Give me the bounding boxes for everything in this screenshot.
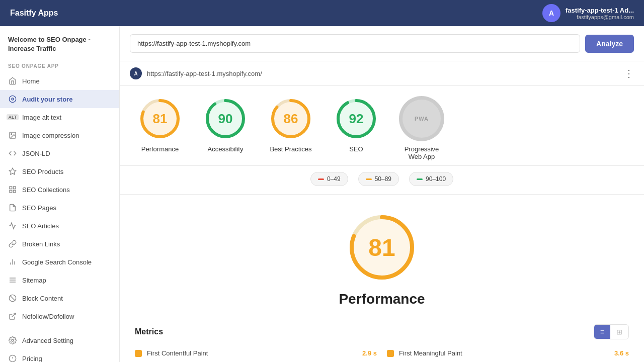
sidebar-jsonld-label: JSON-LD <box>22 150 50 157</box>
url-section: Analyze <box>120 26 644 61</box>
score-card-pwa[interactable]: PWA ProgressiveWeb App <box>396 96 447 160</box>
sidebar-audit-label: Audit your store <box>22 96 72 103</box>
audit-icon <box>8 95 17 104</box>
performance-ring: 81 <box>137 96 183 141</box>
metrics-row: First Contentful Paint 2.9 s First Meani… <box>135 345 629 361</box>
fcp-color-indicator <box>135 350 142 357</box>
scores-section: 81 Performance 90 Accessibility <box>120 86 644 166</box>
svg-point-0 <box>9 96 16 103</box>
score-card-seo[interactable]: 92 SEO <box>331 96 381 153</box>
url-input-wrap <box>130 34 580 53</box>
svg-line-16 <box>10 296 15 301</box>
analyze-button[interactable]: Analyze <box>585 35 634 53</box>
sitemap-icon <box>8 276 17 285</box>
site-row: A https://fastify-app-test-1.myshopify.c… <box>120 61 644 86</box>
sidebar-item-seo-pages[interactable]: SEO Pages <box>0 199 119 217</box>
sidebar-gsc-label: Google Search Console <box>22 258 92 266</box>
sidebar-item-audit[interactable]: Audit your store <box>0 90 119 108</box>
sidebar-pricing-label: Pricing <box>22 355 42 362</box>
content-area: Analyze A https://fastify-app-test-1.mys… <box>120 26 644 362</box>
sidebar-item-broken-links[interactable]: Broken Links <box>0 235 119 253</box>
sidebar-item-seo-collections[interactable]: SEO Collections <box>0 180 119 199</box>
seo-ring: 92 <box>334 96 379 141</box>
seo-articles-icon <box>8 221 17 230</box>
site-favicon: A <box>130 67 142 79</box>
site-row-left: A https://fastify-app-test-1.myshopify.c… <box>130 67 262 79</box>
sidebar-home-label: Home <box>22 77 40 85</box>
svg-line-17 <box>12 313 16 317</box>
fmp-value: 3.6 s <box>614 349 629 357</box>
user-name: fastify-app-test-1 Ad... <box>566 7 634 14</box>
alt-badge-icon: ALT <box>8 113 17 122</box>
svg-point-3 <box>11 134 12 135</box>
block-content-icon <box>8 294 17 303</box>
best-practices-label: Best Practices <box>270 145 311 153</box>
user-details: fastify-app-test-1 Ad... fastifyapps@gma… <box>566 7 634 20</box>
sidebar-item-seo-products[interactable]: SEO Products <box>0 162 119 180</box>
seo-pages-icon <box>8 203 17 212</box>
legend-high-dot <box>417 178 423 180</box>
sidebar-item-home[interactable]: Home <box>0 72 119 90</box>
sidebar-item-sitemap[interactable]: Sitemap <box>0 271 119 289</box>
accessibility-score: 90 <box>218 111 233 127</box>
sidebar-seo-pages-label: SEO Pages <box>22 204 56 212</box>
nofollow-icon <box>8 312 17 321</box>
svg-rect-6 <box>13 187 16 189</box>
sidebar-item-image-compression[interactable]: Image compression <box>0 126 119 144</box>
score-card-accessibility[interactable]: 90 Accessibility <box>200 96 251 153</box>
sidebar-seo-collections-label: SEO Collections <box>22 186 70 194</box>
sidebar-item-image-alt[interactable]: ALT Image alt text <box>0 108 119 126</box>
svg-rect-8 <box>10 191 12 193</box>
perf-big-number: 81 <box>368 234 395 261</box>
grid-view-button[interactable]: ⊞ <box>610 325 628 339</box>
legend-mid-range: 50–89 <box>375 175 391 183</box>
fcp-value: 2.9 s <box>362 349 377 357</box>
sidebar-nofollow-label: Nofollow/Dofollow <box>22 313 74 320</box>
svg-marker-4 <box>9 168 16 175</box>
site-url: https://fastify-app-test-1.myshopify.com… <box>147 70 262 77</box>
performance-label: Performance <box>141 145 179 153</box>
score-card-performance[interactable]: 81 Performance <box>135 96 185 153</box>
metrics-header: Metrics ≡ ⊞ <box>135 317 629 345</box>
list-view-button[interactable]: ≡ <box>594 325 610 339</box>
legend-low-range: 0–49 <box>327 175 341 183</box>
app-logo: Fasitfy Apps <box>10 9 58 18</box>
metrics-section: Metrics ≡ ⊞ First Contentful Paint 2.9 s… <box>120 317 644 362</box>
seo-products-icon <box>8 167 17 176</box>
sidebar: Welcome to SEO Onpage - Increase Traffic… <box>0 26 120 362</box>
sidebar-item-json-ld[interactable]: JSON-LD <box>0 144 119 162</box>
svg-rect-7 <box>13 191 16 193</box>
pwa-label: ProgressiveWeb App <box>405 145 439 160</box>
broken-links-icon <box>8 239 17 248</box>
legend-row: 0–49 50–89 90–100 <box>120 166 644 195</box>
avatar: A <box>542 4 560 22</box>
view-toggle: ≡ ⊞ <box>594 324 629 339</box>
fmp-name: First Meaningful Paint <box>399 349 609 357</box>
user-info-section: A fastify-app-test-1 Ad... fastifyapps@g… <box>542 4 634 22</box>
score-card-best-practices[interactable]: 86 Best Practices <box>266 96 316 153</box>
perf-big-label: Performance <box>339 291 425 307</box>
legend-low-dot <box>318 178 324 180</box>
json-ld-icon <box>8 149 17 158</box>
best-practices-score: 86 <box>284 111 298 127</box>
sidebar-item-advanced-setting[interactable]: Advanced Setting <box>0 331 119 349</box>
sidebar-section-label: SEO ONPAGE APP <box>0 58 119 72</box>
sidebar-item-pricing[interactable]: Pricing <box>0 349 119 362</box>
more-options-button[interactable]: ⋮ <box>624 67 634 79</box>
sidebar-item-google-search-console[interactable]: Google Search Console <box>0 253 119 271</box>
sidebar-welcome: Welcome to SEO Onpage - Increase Traffic <box>0 26 119 58</box>
image-compression-icon <box>8 131 17 140</box>
top-header: Fasitfy Apps A fastify-app-test-1 Ad... … <box>0 0 644 26</box>
sidebar-item-block-content[interactable]: Block Content <box>0 289 119 307</box>
sidebar-item-nofollow-dofollow[interactable]: Nofollow/Dofollow <box>0 307 119 325</box>
url-input[interactable] <box>130 34 580 53</box>
advanced-setting-icon <box>8 336 17 345</box>
pwa-inner: PWA <box>403 100 441 138</box>
sidebar-item-seo-articles[interactable]: SEO Articles <box>0 217 119 235</box>
sidebar-broken-links-label: Broken Links <box>22 240 60 248</box>
legend-mid: 50–89 <box>358 172 399 186</box>
svg-rect-5 <box>10 187 12 189</box>
svg-point-1 <box>12 98 14 100</box>
metric-item-fmp: First Meaningful Paint 3.6 s <box>387 345 629 361</box>
fmp-color-indicator <box>387 350 394 357</box>
